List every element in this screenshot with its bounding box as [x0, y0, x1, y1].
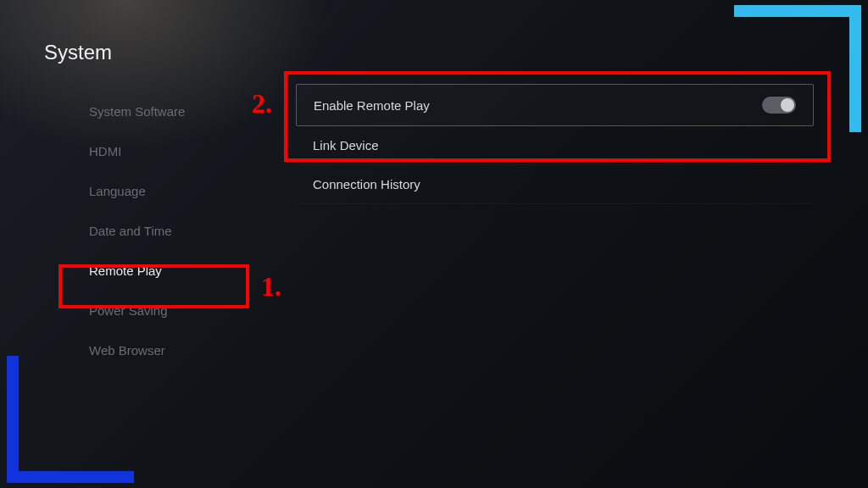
setting-link-device[interactable]: Link Device [296, 126, 814, 165]
sidebar-item-power-saving[interactable]: Power Saving [89, 291, 259, 330]
annotation-label-1: 1. [261, 271, 281, 302]
sidebar-item-system-software[interactable]: System Software [89, 92, 259, 131]
toggle-enable-remote-play[interactable] [762, 97, 796, 114]
main-panel: Enable Remote Play Link Device Connectio… [296, 84, 814, 204]
setting-label: Connection History [313, 177, 420, 191]
setting-label: Link Device [313, 138, 379, 152]
sidebar-item-date-time[interactable]: Date and Time [89, 211, 259, 251]
toggle-knob [781, 98, 794, 112]
corner-decoration-bottom-left [7, 356, 134, 483]
setting-enable-remote-play[interactable]: Enable Remote Play [296, 84, 814, 126]
sidebar-item-remote-play[interactable]: Remote Play [89, 251, 259, 291]
sidebar: System Software HDMI Language Date and T… [89, 92, 259, 370]
setting-connection-history[interactable]: Connection History [296, 165, 814, 204]
sidebar-item-web-browser[interactable]: Web Browser [89, 330, 259, 370]
sidebar-item-hdmi[interactable]: HDMI [89, 131, 259, 171]
page-title: System [44, 41, 112, 64]
annotation-label-2: 2. [252, 88, 272, 119]
sidebar-item-language[interactable]: Language [89, 171, 259, 211]
setting-label: Enable Remote Play [314, 98, 430, 113]
